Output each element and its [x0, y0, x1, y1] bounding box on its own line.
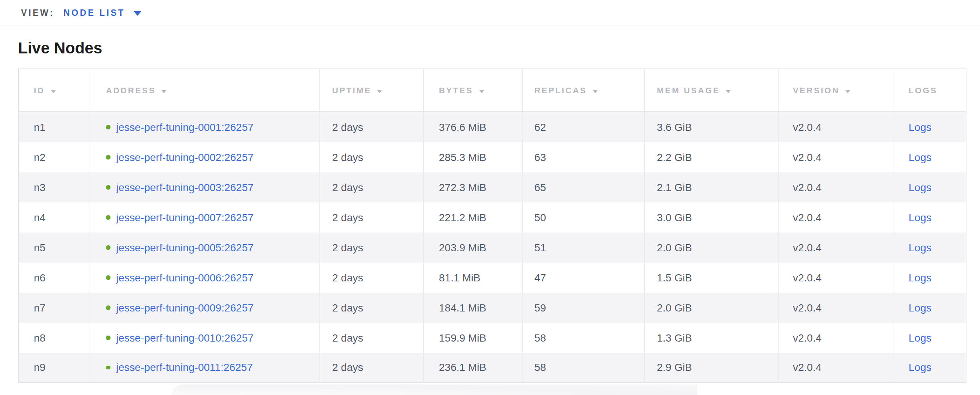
version-cell: v2.0.4 [778, 142, 894, 172]
node-id-cell: n9 [18, 352, 89, 382]
table-row: n6 jesse-perf-tuning-0006:26257 2 days 8… [18, 262, 966, 292]
logs-link[interactable]: Logs [908, 331, 932, 344]
logs-cell: Logs [894, 352, 966, 382]
version-cell: v2.0.4 [778, 112, 894, 142]
mem-usage-cell: 3.0 GiB [644, 202, 778, 232]
bytes-cell: 221.2 MiB [423, 202, 523, 232]
logs-link[interactable]: Logs [908, 271, 932, 283]
logs-link[interactable]: Logs [908, 361, 932, 374]
uptime-cell: 2 days [320, 142, 423, 172]
node-address-cell: jesse-perf-tuning-0006:26257 [89, 262, 320, 292]
logs-link[interactable]: Logs [908, 211, 932, 223]
uptime-cell: 2 days [320, 232, 423, 262]
column-header-logs: LOGS [894, 69, 966, 112]
live-nodes-table-container: ID ADDRESS UPTIME BYTES REPLICAS [18, 69, 980, 383]
table-header-row: ID ADDRESS UPTIME BYTES REPLICAS [18, 69, 966, 112]
mem-usage-cell: 2.0 GiB [644, 232, 778, 262]
node-live-status-icon [106, 185, 110, 189]
column-header-label: LOGS [908, 86, 937, 95]
view-dropdown-value: NODE LIST [64, 8, 125, 17]
mem-usage-cell: 2.1 GiB [644, 172, 778, 202]
column-header-label: UPTIME [332, 86, 372, 95]
logs-link[interactable]: Logs [908, 241, 932, 253]
node-id-cell: n2 [18, 142, 89, 172]
node-address-link[interactable]: jesse-perf-tuning-0003:26257 [116, 181, 254, 193]
logs-cell: Logs [894, 292, 966, 322]
node-address-cell: jesse-perf-tuning-0010:26257 [89, 322, 320, 352]
table-row: n8 jesse-perf-tuning-0010:26257 2 days 1… [18, 322, 966, 352]
node-address-link[interactable]: jesse-perf-tuning-0011:26257 [116, 361, 253, 374]
column-header-version[interactable]: VERSION [778, 69, 894, 112]
uptime-cell: 2 days [320, 292, 423, 322]
node-address-link[interactable]: jesse-perf-tuning-0001:26257 [116, 121, 254, 133]
column-header-address[interactable]: ADDRESS [89, 69, 320, 112]
node-id-cell: n8 [18, 322, 89, 352]
node-id-cell: n6 [18, 262, 89, 292]
logs-cell: Logs [894, 172, 966, 202]
logs-link[interactable]: Logs [908, 181, 932, 193]
table-row: n5 jesse-perf-tuning-0005:26257 2 days 2… [18, 232, 966, 262]
node-id-cell: n7 [18, 292, 89, 322]
mem-usage-cell: 2.2 GiB [644, 142, 778, 172]
replicas-cell: 65 [523, 172, 644, 202]
column-header-bytes[interactable]: BYTES [423, 69, 523, 112]
uptime-cell: 2 days [320, 352, 423, 382]
bottom-sheet-shadow [171, 384, 697, 395]
bytes-cell: 81.1 MiB [423, 262, 523, 292]
replicas-cell: 51 [523, 232, 644, 262]
node-address-cell: jesse-perf-tuning-0011:26257 [89, 352, 320, 382]
column-header-label: MEM USAGE [657, 86, 720, 95]
sort-arrow-icon [593, 90, 597, 93]
table-row: n3 jesse-perf-tuning-0003:26257 2 days 2… [18, 172, 966, 202]
node-address-link[interactable]: jesse-perf-tuning-0002:26257 [116, 151, 254, 163]
uptime-cell: 2 days [320, 322, 423, 352]
logs-link[interactable]: Logs [908, 151, 932, 163]
column-header-label: BYTES [439, 86, 473, 95]
node-address-link[interactable]: jesse-perf-tuning-0006:26257 [116, 271, 254, 283]
view-dropdown[interactable]: NODE LIST [64, 8, 141, 17]
live-nodes-table: ID ADDRESS UPTIME BYTES REPLICAS [18, 69, 966, 383]
node-address-cell: jesse-perf-tuning-0005:26257 [89, 232, 320, 262]
node-live-status-icon [106, 215, 110, 219]
node-live-status-icon [106, 336, 110, 340]
version-cell: v2.0.4 [778, 322, 894, 352]
column-header-label: ID [34, 86, 45, 95]
replicas-cell: 58 [523, 352, 644, 382]
replicas-cell: 63 [523, 142, 644, 172]
column-header-id[interactable]: ID [18, 69, 89, 112]
table-row: n7 jesse-perf-tuning-0009:26257 2 days 1… [18, 292, 966, 322]
node-address-cell: jesse-perf-tuning-0007:26257 [89, 202, 320, 232]
uptime-cell: 2 days [320, 202, 423, 232]
mem-usage-cell: 1.3 GiB [644, 322, 778, 352]
logs-cell: Logs [894, 142, 966, 172]
mem-usage-cell: 2.9 GiB [644, 352, 778, 382]
version-cell: v2.0.4 [778, 232, 894, 262]
chevron-down-icon [134, 11, 141, 15]
view-label: VIEW: [21, 8, 54, 17]
sort-arrow-icon [51, 90, 55, 93]
node-address-link[interactable]: jesse-perf-tuning-0005:26257 [116, 241, 254, 253]
column-header-label: VERSION [793, 86, 840, 95]
logs-cell: Logs [894, 232, 966, 262]
node-live-status-icon [106, 305, 110, 310]
column-header-uptime[interactable]: UPTIME [320, 69, 423, 112]
replicas-cell: 62 [523, 112, 644, 142]
version-cell: v2.0.4 [778, 262, 894, 292]
node-live-status-icon [106, 366, 110, 370]
table-row: n2 jesse-perf-tuning-0002:26257 2 days 2… [18, 142, 966, 172]
column-header-replicas[interactable]: REPLICAS [523, 69, 644, 112]
mem-usage-cell: 1.5 GiB [644, 262, 778, 292]
logs-link[interactable]: Logs [908, 121, 932, 133]
replicas-cell: 47 [523, 262, 644, 292]
node-address-link[interactable]: jesse-perf-tuning-0009:26257 [116, 301, 254, 313]
node-address-link[interactable]: jesse-perf-tuning-0007:26257 [116, 211, 254, 223]
replicas-cell: 50 [523, 202, 644, 232]
sort-arrow-icon [378, 90, 382, 93]
node-address-link[interactable]: jesse-perf-tuning-0010:26257 [116, 331, 254, 344]
version-cell: v2.0.4 [778, 352, 894, 382]
column-header-mem-usage[interactable]: MEM USAGE [644, 69, 778, 112]
node-address-cell: jesse-perf-tuning-0002:26257 [89, 142, 320, 172]
bytes-cell: 376.6 MiB [423, 112, 523, 142]
logs-link[interactable]: Logs [908, 301, 932, 313]
logs-cell: Logs [894, 322, 966, 352]
